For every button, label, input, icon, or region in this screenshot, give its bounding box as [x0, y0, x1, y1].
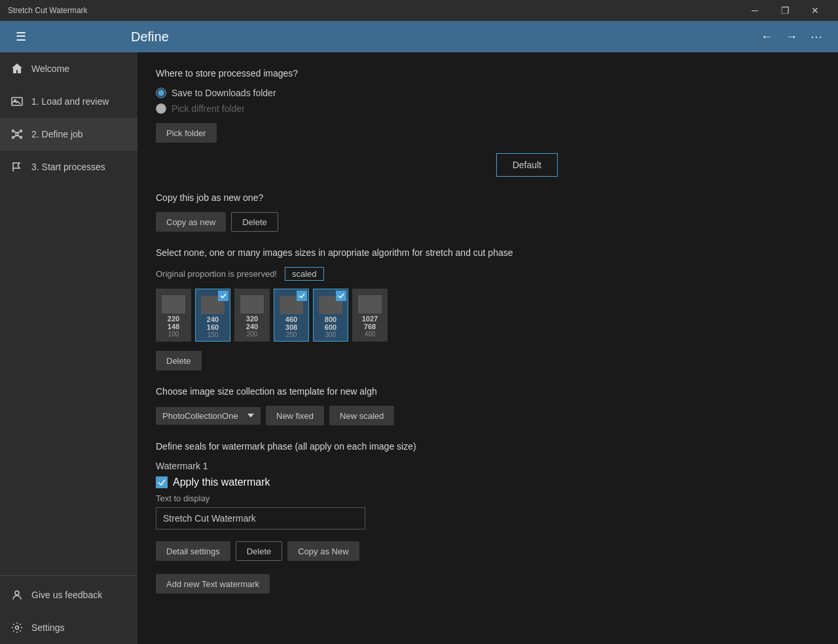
size-h: 600: [325, 323, 337, 331]
size-thumb: [162, 295, 185, 313]
proportion-label: Original proportion is preserved!: [156, 269, 277, 279]
size-scale: 100: [168, 331, 179, 338]
size-scale: 400: [365, 331, 376, 338]
add-watermark-button[interactable]: Add new Text watermark: [156, 574, 270, 594]
size-cell-320[interactable]: 320 240 200: [234, 289, 270, 342]
delete-job-button[interactable]: Delete: [231, 212, 278, 232]
sidebar-label-load: 1. Load and review: [31, 96, 109, 107]
collection-select[interactable]: PhotoCollectionOne PhotoCollectionTwo: [156, 407, 261, 425]
new-fixed-button[interactable]: New fixed: [266, 406, 324, 425]
text-display-label: Text to display: [156, 493, 820, 503]
size-scale: 300: [325, 331, 337, 338]
size-scale: 200: [247, 331, 258, 338]
sidebar-item-define-job[interactable]: 2. Define job: [0, 118, 137, 151]
copy-as-new-watermark-button[interactable]: Copy as New: [287, 541, 359, 561]
template-title: Choose image size collection as template…: [156, 386, 820, 397]
sidebar-item-feedback[interactable]: Give us feedback: [0, 579, 137, 611]
sidebar: Welcome 1. Load and review: [0, 52, 137, 644]
check-icon: [218, 291, 228, 301]
header-title: Define: [131, 29, 748, 45]
back-button[interactable]: ←: [756, 27, 778, 46]
size-w: 800: [325, 315, 337, 323]
default-button[interactable]: Default: [496, 153, 558, 177]
size-w: 320: [246, 315, 258, 323]
sizes-section: Select none, one or many images sizes in…: [156, 247, 820, 370]
delete-sizes-button[interactable]: Delete: [156, 351, 202, 370]
size-h: 240: [246, 323, 258, 331]
size-w: 1027: [362, 315, 378, 323]
image-icon: [10, 95, 24, 108]
scaled-badge: scaled: [285, 267, 324, 281]
home-icon: [10, 62, 24, 75]
radio-downloads-input[interactable]: [156, 88, 166, 98]
size-scale: 250: [286, 331, 297, 338]
copy-as-new-button[interactable]: Copy as new: [156, 212, 226, 232]
size-h: 768: [364, 323, 376, 331]
radio-downloads[interactable]: Save to Downloads folder: [156, 88, 820, 98]
close-button[interactable]: ✕: [800, 0, 830, 21]
template-section: Choose image size collection as template…: [156, 386, 820, 425]
sidebar-item-load-review[interactable]: 1. Load and review: [0, 85, 137, 118]
apply-watermark-label: Apply this watermark: [173, 476, 270, 488]
svg-line-7: [14, 132, 17, 133]
maximize-button[interactable]: ❐: [770, 0, 800, 21]
svg-point-12: [15, 591, 19, 595]
sidebar-item-welcome[interactable]: Welcome: [0, 52, 137, 85]
sizes-title: Select none, one or many images sizes in…: [156, 247, 820, 258]
watermark-section-title: Define seals for watermark phase (all ap…: [156, 441, 820, 452]
titlebar: Stretch Cut Watermark ─ ❐ ✕: [0, 0, 838, 21]
radio-pick-input[interactable]: [156, 103, 166, 114]
sidebar-label-feedback: Give us feedback: [31, 590, 102, 600]
header-nav: ← → ⋯: [756, 27, 828, 46]
radio-pick[interactable]: Pick diffrent folder: [156, 103, 820, 114]
store-title: Where to store processed images?: [156, 68, 820, 79]
more-button[interactable]: ⋯: [805, 27, 828, 46]
network-icon: [10, 128, 24, 141]
detail-settings-button[interactable]: Detail settings: [156, 541, 230, 561]
size-cell-220[interactable]: 220 148 100: [156, 289, 191, 342]
size-h: 160: [207, 323, 219, 331]
gear-icon: [10, 621, 24, 634]
watermark1-title: Watermark 1: [156, 461, 820, 471]
svg-line-8: [17, 132, 20, 133]
sidebar-label-settings: Settings: [31, 622, 65, 633]
new-scaled-button[interactable]: New scaled: [329, 406, 394, 425]
window-controls: ─ ❐ ✕: [740, 0, 830, 21]
hamburger-button[interactable]: ☰: [10, 27, 31, 46]
check-icon: [336, 291, 346, 301]
app-title: Stretch Cut Watermark: [8, 6, 88, 15]
body-container: Welcome 1. Load and review: [0, 52, 838, 644]
size-cell-240[interactable]: 240 160 150: [195, 289, 230, 342]
size-cell-460[interactable]: 460 308 250: [274, 289, 309, 342]
watermark-text-input[interactable]: [156, 507, 365, 529]
svg-point-2: [16, 133, 18, 135]
minimize-button[interactable]: ─: [740, 0, 770, 21]
size-h: 308: [285, 323, 297, 331]
svg-line-9: [14, 135, 17, 137]
svg-point-13: [16, 626, 19, 630]
sidebar-item-settings[interactable]: Settings: [0, 611, 137, 644]
person-icon: [10, 588, 24, 601]
pick-folder-button[interactable]: Pick folder: [156, 123, 217, 143]
size-cell-1027[interactable]: 1027 768 400: [352, 289, 388, 342]
size-h: 148: [168, 323, 179, 331]
radio-pick-label: Pick diffrent folder: [172, 103, 245, 114]
app-container: ☰ Define ← → ⋯ Welcome: [0, 21, 838, 644]
size-cell-800[interactable]: 800 600 300: [313, 289, 348, 342]
sidebar-item-start-processes[interactable]: 3. Start processes: [0, 151, 137, 183]
copy-title: Copy this job as new one?: [156, 192, 820, 203]
select-group: PhotoCollectionOne PhotoCollectionTwo Ne…: [156, 406, 820, 425]
store-section: Where to store processed images? Save to…: [156, 68, 820, 143]
radio-downloads-label: Save to Downloads folder: [172, 88, 276, 98]
radio-group-store: Save to Downloads folder Pick diffrent f…: [156, 88, 820, 114]
apply-watermark-checkbox[interactable]: [156, 476, 168, 488]
header: ☰ Define ← → ⋯: [0, 21, 838, 52]
flag-icon: [10, 160, 24, 173]
check-icon: [297, 291, 307, 301]
forward-button[interactable]: →: [780, 27, 803, 46]
size-w: 460: [285, 315, 297, 323]
sidebar-label-start: 3. Start processes: [31, 162, 105, 172]
delete-watermark-button[interactable]: Delete: [236, 541, 283, 561]
watermark-section: Define seals for watermark phase (all ap…: [156, 441, 820, 561]
size-grid: 220 148 100 240 160 150: [156, 289, 820, 342]
